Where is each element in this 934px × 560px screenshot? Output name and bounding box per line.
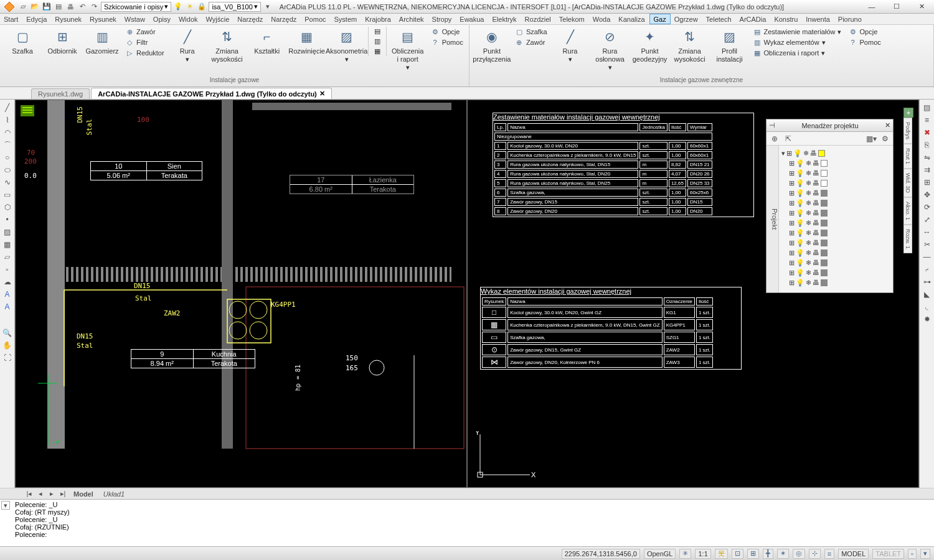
text-icon[interactable]: A: [2, 289, 13, 300]
menu-system[interactable]: System: [331, 14, 362, 24]
save-icon[interactable]: 💾: [42, 2, 52, 12]
menu-pioruno[interactable]: Pioruno: [834, 14, 866, 24]
wykaz-el-button[interactable]: ▥Wykaz elementów▾: [751, 37, 844, 47]
circle-icon[interactable]: ○: [2, 152, 13, 163]
del-icon[interactable]: ✖: [922, 127, 933, 138]
dropdown-icon[interactable]: ▾: [263, 2, 273, 12]
zest-mat-button[interactable]: ▤Zestawienie materiałów▾: [751, 27, 844, 37]
pm-layer-row[interactable]: ⊞💡❄🖶: [781, 278, 890, 287]
pm-opt-icon[interactable]: ⚙: [879, 133, 890, 144]
menu-edycja[interactable]: Edycja: [22, 14, 51, 24]
status-otrack-icon[interactable]: ⊹: [809, 549, 821, 559]
status-extra1-icon[interactable]: ▫: [908, 549, 917, 559]
tool-b-icon[interactable]: ▥: [372, 37, 382, 46]
pm-layer-row[interactable]: ⊞💡❄🖶: [781, 228, 890, 238]
zmiana-wys-button[interactable]: ⇅Zmiana wysokości: [209, 27, 246, 65]
rozwiniecie-button[interactable]: ▦Rozwinięcie: [288, 27, 326, 57]
pm-ref-icon[interactable]: ⇱: [783, 133, 794, 144]
bulb-icon[interactable]: 💡: [173, 2, 183, 12]
array-icon[interactable]: ⊞: [922, 177, 933, 188]
pm-layer-row[interactable]: ▾⊞💡❄🖶: [781, 148, 890, 158]
save-as-icon[interactable]: ▤: [54, 2, 64, 12]
szafka-button[interactable]: ▢Szafka: [4, 27, 41, 57]
pm-vtab[interactable]: Podrys: [903, 118, 912, 144]
menu-widok[interactable]: Widok: [175, 14, 202, 24]
trim-icon[interactable]: ✂: [922, 239, 933, 250]
menu-pomoc[interactable]: Pomoc: [301, 14, 330, 24]
viewport-left[interactable]: ↑Y DN15 Stal 100 70 200 0.0 DN15 Stal ZA…: [15, 100, 467, 488]
filtr-button[interactable]: ◇Filtr: [123, 37, 166, 47]
workspace-combo[interactable]: Szkicowanie i opisy▾: [101, 2, 171, 12]
stretch-icon[interactable]: ↔: [922, 226, 933, 238]
revcloud-icon[interactable]: ☁: [2, 276, 13, 287]
copy-icon[interactable]: ⎘: [922, 139, 933, 151]
point-icon[interactable]: •: [2, 214, 13, 225]
pm-tree[interactable]: ▾⊞💡❄🖶⊞💡❄🖶⊞💡❄🖶⊞💡❄🖶⊞💡❄🖶⊞💡❄🖶⊞💡❄🖶⊞💡❄🖶⊞💡❄🖶⊞💡❄…: [779, 146, 893, 292]
menu-kanaliza[interactable]: Kanaliza: [615, 14, 649, 24]
status-scale[interactable]: 1:1: [695, 549, 710, 559]
file-tab-2[interactable]: ArCADia-INSTALACJE GAZOWE Przykład 1.dwg…: [91, 88, 332, 99]
pm-titlebar[interactable]: ⊣ Menadżer projektu ✕: [767, 119, 893, 132]
pm-vtab[interactable]: Wid. 3D: [903, 169, 912, 197]
ellipse-icon[interactable]: ⬭: [2, 164, 13, 175]
punkt-geo-button[interactable]: ✦Punkt geodezyjny: [631, 27, 669, 65]
status-compass-icon[interactable]: ✳: [679, 549, 691, 559]
status-ortho-icon[interactable]: ╋: [763, 549, 773, 559]
pm-layer-row[interactable]: ⊞💡❄🖶: [781, 258, 890, 268]
menu-rysunek[interactable]: Rysunek: [86, 14, 121, 24]
tool-a-icon[interactable]: ▤: [372, 27, 382, 36]
layer-icon[interactable]: ≡: [922, 114, 933, 126]
odbiornik-button[interactable]: ⊞Odbiornik: [44, 27, 81, 57]
break-icon[interactable]: ⌿: [922, 264, 933, 275]
cmd-dropdown-icon[interactable]: ▾: [1, 501, 10, 510]
close-button[interactable]: ✕: [909, 0, 934, 14]
status-snap2-icon[interactable]: ⊞: [747, 549, 759, 559]
menu-ogrzew[interactable]: Ogrzew: [671, 14, 702, 24]
rotate-icon[interactable]: ⟳: [922, 202, 933, 213]
rura-osl-button[interactable]: ⊘Rura osłonowa▾: [592, 27, 629, 73]
menu-stropy[interactable]: Stropy: [428, 14, 456, 24]
open-icon[interactable]: 📂: [30, 2, 40, 12]
pm-layer-row[interactable]: ⊞💡❄🖶: [781, 268, 890, 278]
menu-teletech[interactable]: Teletech: [702, 14, 736, 24]
viewport-right[interactable]: Zestawienie materiałów instalacji gazowe…: [467, 100, 919, 488]
status-polar-icon[interactable]: ✶: [777, 549, 789, 559]
menu-start[interactable]: Start: [0, 14, 22, 24]
status-person-icon[interactable]: 웃: [715, 549, 728, 559]
prop-icon[interactable]: ▤: [922, 102, 933, 113]
spline-icon[interactable]: ∿: [2, 177, 13, 188]
pomoc-button[interactable]: ?Pomoc: [429, 37, 465, 47]
extend-icon[interactable]: —: [922, 251, 933, 263]
menu-inwenta[interactable]: Inwenta: [802, 14, 834, 24]
zawor-button[interactable]: ⊕Zawór: [123, 27, 166, 37]
redo-icon[interactable]: ↷: [89, 2, 99, 12]
command-line[interactable]: ▾ Polecenie: _U Cofaj: (RT myszy) Polece…: [0, 499, 934, 546]
tab-uklad1[interactable]: Układ1: [100, 490, 128, 498]
pm-layer-row[interactable]: ⊞💡❄🖶: [781, 218, 890, 228]
pm-add-icon[interactable]: ⊕: [769, 133, 780, 144]
close-panel-icon[interactable]: ✕: [885, 121, 890, 129]
zawor2-button[interactable]: ⊕Zawór: [513, 37, 549, 47]
pm-layer-row[interactable]: ⊞💡❄🖶: [781, 178, 890, 188]
join-icon[interactable]: ⊶: [922, 276, 933, 287]
menu-ewakua[interactable]: Ewakua: [456, 14, 488, 24]
menu-woda[interactable]: Woda: [589, 14, 615, 24]
mirror-icon[interactable]: ⇋: [922, 152, 933, 163]
pm-plus-icon[interactable]: +: [903, 108, 913, 118]
nav-prev-icon[interactable]: ◂: [36, 490, 45, 498]
oblicz-rap-button[interactable]: ▦Obliczenia i raport▾: [751, 48, 844, 58]
rura2-button[interactable]: ╱Rura▾: [552, 27, 589, 65]
menu-wstaw[interactable]: Wstaw: [121, 14, 149, 24]
menu-arcadia[interactable]: ArCADia: [736, 14, 771, 24]
opcje-button[interactable]: ⚙Opcje: [429, 27, 465, 37]
status-model[interactable]: MODEL: [838, 549, 869, 559]
scale-icon[interactable]: ⤢: [922, 214, 933, 225]
tool-c-icon[interactable]: ▦: [372, 47, 382, 56]
undo-icon[interactable]: ↶: [77, 2, 87, 12]
menu-wyjście[interactable]: Wyjście: [202, 14, 234, 24]
pm-layer-row[interactable]: ⊞💡❄🖶: [781, 188, 890, 198]
close-tab-icon[interactable]: ✕: [319, 90, 325, 98]
pm-layer-row[interactable]: ⊞💡❄🖶: [781, 238, 890, 248]
status-tablet[interactable]: TABLET: [872, 549, 904, 559]
zoom-icon[interactable]: 🔍: [2, 327, 13, 338]
